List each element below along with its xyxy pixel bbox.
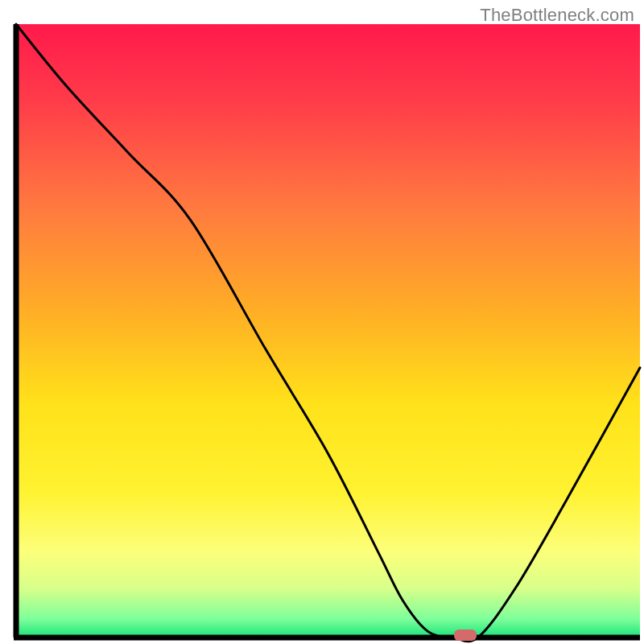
plot-background [16, 24, 640, 638]
optimal-marker [454, 630, 477, 641]
chart-container: TheBottleneck.com [0, 0, 644, 644]
watermark-text: TheBottleneck.com [480, 5, 634, 26]
bottleneck-chart [0, 0, 644, 644]
